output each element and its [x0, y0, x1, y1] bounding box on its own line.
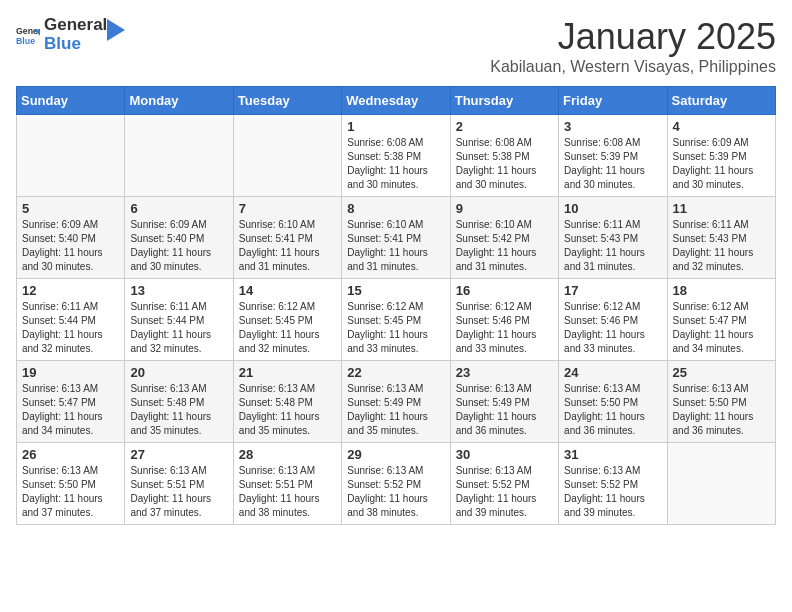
day-number: 26	[22, 447, 119, 462]
day-info: Sunrise: 6:13 AM Sunset: 5:49 PM Dayligh…	[347, 382, 444, 438]
day-number: 2	[456, 119, 553, 134]
header-friday: Friday	[559, 87, 667, 115]
day-number: 7	[239, 201, 336, 216]
day-number: 10	[564, 201, 661, 216]
day-info: Sunrise: 6:12 AM Sunset: 5:46 PM Dayligh…	[564, 300, 661, 356]
calendar-cell: 4Sunrise: 6:09 AM Sunset: 5:39 PM Daylig…	[667, 115, 775, 197]
month-title: January 2025	[490, 16, 776, 58]
calendar-cell: 27Sunrise: 6:13 AM Sunset: 5:51 PM Dayli…	[125, 443, 233, 525]
day-number: 28	[239, 447, 336, 462]
day-info: Sunrise: 6:10 AM Sunset: 5:41 PM Dayligh…	[347, 218, 444, 274]
day-number: 19	[22, 365, 119, 380]
day-number: 27	[130, 447, 227, 462]
day-number: 8	[347, 201, 444, 216]
calendar-cell: 14Sunrise: 6:12 AM Sunset: 5:45 PM Dayli…	[233, 279, 341, 361]
calendar-cell: 19Sunrise: 6:13 AM Sunset: 5:47 PM Dayli…	[17, 361, 125, 443]
calendar-cell: 12Sunrise: 6:11 AM Sunset: 5:44 PM Dayli…	[17, 279, 125, 361]
day-number: 5	[22, 201, 119, 216]
header-tuesday: Tuesday	[233, 87, 341, 115]
calendar-cell: 17Sunrise: 6:12 AM Sunset: 5:46 PM Dayli…	[559, 279, 667, 361]
day-number: 15	[347, 283, 444, 298]
day-info: Sunrise: 6:13 AM Sunset: 5:50 PM Dayligh…	[564, 382, 661, 438]
calendar-week-row: 12Sunrise: 6:11 AM Sunset: 5:44 PM Dayli…	[17, 279, 776, 361]
calendar-cell: 1Sunrise: 6:08 AM Sunset: 5:38 PM Daylig…	[342, 115, 450, 197]
day-info: Sunrise: 6:11 AM Sunset: 5:44 PM Dayligh…	[130, 300, 227, 356]
logo: General Blue General Blue	[16, 16, 125, 53]
day-info: Sunrise: 6:09 AM Sunset: 5:39 PM Dayligh…	[673, 136, 770, 192]
calendar-cell	[17, 115, 125, 197]
day-number: 17	[564, 283, 661, 298]
day-info: Sunrise: 6:08 AM Sunset: 5:39 PM Dayligh…	[564, 136, 661, 192]
calendar-cell: 15Sunrise: 6:12 AM Sunset: 5:45 PM Dayli…	[342, 279, 450, 361]
day-info: Sunrise: 6:11 AM Sunset: 5:44 PM Dayligh…	[22, 300, 119, 356]
page-header: General Blue General Blue January 2025 K…	[16, 16, 776, 76]
calendar-cell: 24Sunrise: 6:13 AM Sunset: 5:50 PM Dayli…	[559, 361, 667, 443]
day-number: 21	[239, 365, 336, 380]
calendar-week-row: 1Sunrise: 6:08 AM Sunset: 5:38 PM Daylig…	[17, 115, 776, 197]
day-info: Sunrise: 6:13 AM Sunset: 5:50 PM Dayligh…	[673, 382, 770, 438]
day-number: 25	[673, 365, 770, 380]
calendar-week-row: 5Sunrise: 6:09 AM Sunset: 5:40 PM Daylig…	[17, 197, 776, 279]
day-info: Sunrise: 6:13 AM Sunset: 5:51 PM Dayligh…	[239, 464, 336, 520]
calendar-cell: 26Sunrise: 6:13 AM Sunset: 5:50 PM Dayli…	[17, 443, 125, 525]
day-info: Sunrise: 6:12 AM Sunset: 5:47 PM Dayligh…	[673, 300, 770, 356]
day-info: Sunrise: 6:13 AM Sunset: 5:52 PM Dayligh…	[456, 464, 553, 520]
calendar-cell: 2Sunrise: 6:08 AM Sunset: 5:38 PM Daylig…	[450, 115, 558, 197]
title-block: January 2025 Kabilauan, Western Visayas,…	[490, 16, 776, 76]
header-monday: Monday	[125, 87, 233, 115]
day-number: 12	[22, 283, 119, 298]
svg-text:Blue: Blue	[16, 35, 35, 45]
calendar-cell	[667, 443, 775, 525]
calendar-week-row: 19Sunrise: 6:13 AM Sunset: 5:47 PM Dayli…	[17, 361, 776, 443]
calendar-cell: 10Sunrise: 6:11 AM Sunset: 5:43 PM Dayli…	[559, 197, 667, 279]
calendar-cell: 16Sunrise: 6:12 AM Sunset: 5:46 PM Dayli…	[450, 279, 558, 361]
calendar-cell: 3Sunrise: 6:08 AM Sunset: 5:39 PM Daylig…	[559, 115, 667, 197]
calendar-cell: 7Sunrise: 6:10 AM Sunset: 5:41 PM Daylig…	[233, 197, 341, 279]
calendar-cell: 29Sunrise: 6:13 AM Sunset: 5:52 PM Dayli…	[342, 443, 450, 525]
day-number: 18	[673, 283, 770, 298]
day-info: Sunrise: 6:13 AM Sunset: 5:49 PM Dayligh…	[456, 382, 553, 438]
day-info: Sunrise: 6:11 AM Sunset: 5:43 PM Dayligh…	[564, 218, 661, 274]
calendar-cell: 22Sunrise: 6:13 AM Sunset: 5:49 PM Dayli…	[342, 361, 450, 443]
location-subtitle: Kabilauan, Western Visayas, Philippines	[490, 58, 776, 76]
day-number: 30	[456, 447, 553, 462]
calendar-header-row: SundayMondayTuesdayWednesdayThursdayFrid…	[17, 87, 776, 115]
day-info: Sunrise: 6:11 AM Sunset: 5:43 PM Dayligh…	[673, 218, 770, 274]
calendar-cell: 20Sunrise: 6:13 AM Sunset: 5:48 PM Dayli…	[125, 361, 233, 443]
day-info: Sunrise: 6:13 AM Sunset: 5:48 PM Dayligh…	[239, 382, 336, 438]
header-wednesday: Wednesday	[342, 87, 450, 115]
calendar-cell: 9Sunrise: 6:10 AM Sunset: 5:42 PM Daylig…	[450, 197, 558, 279]
day-number: 14	[239, 283, 336, 298]
header-saturday: Saturday	[667, 87, 775, 115]
calendar-cell: 13Sunrise: 6:11 AM Sunset: 5:44 PM Dayli…	[125, 279, 233, 361]
calendar-cell: 25Sunrise: 6:13 AM Sunset: 5:50 PM Dayli…	[667, 361, 775, 443]
day-number: 22	[347, 365, 444, 380]
svg-marker-3	[107, 19, 125, 41]
logo-blue-text: Blue	[44, 35, 107, 54]
calendar-cell: 11Sunrise: 6:11 AM Sunset: 5:43 PM Dayli…	[667, 197, 775, 279]
day-info: Sunrise: 6:12 AM Sunset: 5:45 PM Dayligh…	[239, 300, 336, 356]
day-number: 4	[673, 119, 770, 134]
calendar-cell	[233, 115, 341, 197]
day-info: Sunrise: 6:13 AM Sunset: 5:50 PM Dayligh…	[22, 464, 119, 520]
day-number: 3	[564, 119, 661, 134]
day-number: 1	[347, 119, 444, 134]
day-info: Sunrise: 6:08 AM Sunset: 5:38 PM Dayligh…	[456, 136, 553, 192]
day-info: Sunrise: 6:09 AM Sunset: 5:40 PM Dayligh…	[22, 218, 119, 274]
day-number: 13	[130, 283, 227, 298]
day-info: Sunrise: 6:13 AM Sunset: 5:51 PM Dayligh…	[130, 464, 227, 520]
logo-icon: General Blue	[16, 23, 40, 47]
calendar-cell: 18Sunrise: 6:12 AM Sunset: 5:47 PM Dayli…	[667, 279, 775, 361]
day-number: 29	[347, 447, 444, 462]
day-info: Sunrise: 6:13 AM Sunset: 5:48 PM Dayligh…	[130, 382, 227, 438]
calendar-cell: 30Sunrise: 6:13 AM Sunset: 5:52 PM Dayli…	[450, 443, 558, 525]
calendar-cell: 23Sunrise: 6:13 AM Sunset: 5:49 PM Dayli…	[450, 361, 558, 443]
calendar-cell: 21Sunrise: 6:13 AM Sunset: 5:48 PM Dayli…	[233, 361, 341, 443]
day-number: 31	[564, 447, 661, 462]
day-info: Sunrise: 6:12 AM Sunset: 5:45 PM Dayligh…	[347, 300, 444, 356]
logo-general-text: General	[44, 16, 107, 35]
calendar-cell: 31Sunrise: 6:13 AM Sunset: 5:52 PM Dayli…	[559, 443, 667, 525]
day-number: 23	[456, 365, 553, 380]
calendar-week-row: 26Sunrise: 6:13 AM Sunset: 5:50 PM Dayli…	[17, 443, 776, 525]
calendar-cell: 28Sunrise: 6:13 AM Sunset: 5:51 PM Dayli…	[233, 443, 341, 525]
